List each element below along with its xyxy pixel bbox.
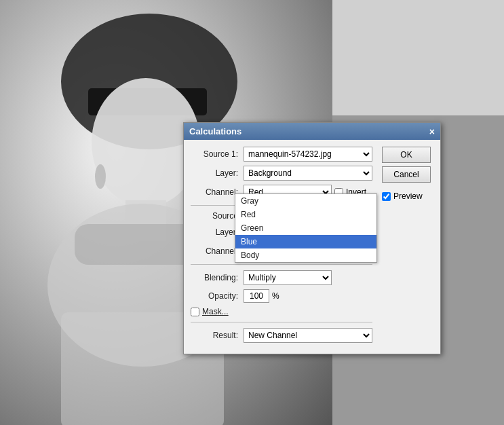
blending-select[interactable]: Multiply [244,270,332,285]
layer1-label: Layer: [191,168,238,178]
preview-container: Preview [382,191,435,201]
channel-dropdown: Gray Red Green Blue Body [235,193,377,263]
close-button[interactable]: × [429,127,435,136]
source1-select[interactable]: mannequin-574232.jpg [244,147,372,162]
divider2 [191,264,372,265]
mask-row: Mask... [191,307,372,316]
source1-row: Source 1: mannequin-574232.jpg [191,147,372,162]
layer2-label: Layer: [191,227,238,237]
ok-button[interactable]: OK [382,147,431,163]
result-row: Result: New Channel [191,328,372,343]
blending-label: Blending: [191,273,238,282]
opacity-input[interactable] [244,289,269,303]
channel1-label: Channel: [191,187,238,197]
preview-label: Preview [393,191,423,201]
dialog-buttons: OK Cancel Preview [379,140,440,354]
preview-checkbox[interactable] [382,192,391,201]
mask-checkbox[interactable] [191,308,199,316]
result-select[interactable]: New Channel [244,328,372,343]
top-right-light-box [332,0,504,115]
opacity-label: Opacity: [191,291,238,301]
divider3 [191,322,372,322]
preview-label-row: Preview [382,191,435,201]
svg-point-6 [95,164,106,189]
source1-label: Source 1: [191,149,238,159]
channel2-label: Channel: [191,246,238,256]
dropdown-item-body[interactable]: Body [235,248,376,262]
opacity-row: Opacity: % [191,289,372,303]
dropdown-item-gray[interactable]: Gray [235,194,376,208]
dialog-title: Calculations [189,126,241,136]
dropdown-item-blue[interactable]: Blue [235,235,376,248]
layer1-select[interactable]: Background [244,166,372,181]
source2-label: Source [191,211,238,221]
dropdown-item-green[interactable]: Green [235,221,376,235]
dropdown-item-red[interactable]: Red [235,208,376,221]
layer1-row: Layer: Background [191,166,372,181]
dialog-titlebar: Calculations × [184,123,440,140]
svg-rect-7 [75,224,197,265]
cancel-button[interactable]: Cancel [382,166,431,183]
blending-row: Blending: Multiply [191,270,372,285]
opacity-percent: % [272,291,279,301]
mask-label[interactable]: Mask... [202,307,229,316]
result-label: Result: [191,331,238,340]
